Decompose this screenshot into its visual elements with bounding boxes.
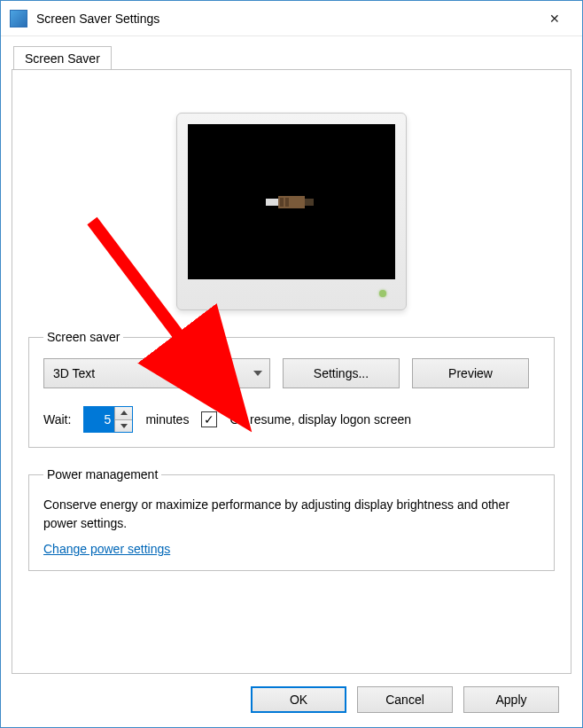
- power-management-group: Power management Conserve energy or maxi…: [28, 467, 555, 571]
- change-power-settings-link[interactable]: Change power settings: [43, 542, 170, 556]
- resume-checkbox[interactable]: ✓: [201, 411, 217, 427]
- screensaver-3dtext-icon: [266, 194, 317, 210]
- tab-screen-saver[interactable]: Screen Saver: [13, 46, 112, 70]
- checkmark-icon: ✓: [204, 413, 214, 426]
- app-icon: [10, 10, 27, 27]
- preview-button[interactable]: Preview: [412, 358, 529, 388]
- arrow-down-icon: [120, 424, 128, 428]
- titlebar: Screen Saver Settings ✕: [1, 1, 582, 36]
- screensaver-settings-window: Screen Saver Settings ✕ Screen Saver: [0, 0, 583, 728]
- power-description: Conserve energy or maximize performance …: [43, 496, 540, 533]
- close-icon: ✕: [549, 12, 560, 26]
- close-button[interactable]: ✕: [534, 3, 575, 35]
- window-title: Screen Saver Settings: [36, 12, 159, 26]
- dialog-buttons: OK Cancel Apply: [12, 674, 571, 727]
- screensaver-group: Screen saver 3D Text Settings... Preview…: [28, 330, 555, 448]
- power-led-icon: [379, 290, 386, 297]
- tabstrip: Screen Saver: [12, 45, 571, 69]
- monitor-screen: [188, 124, 395, 279]
- screensaver-preview-area: [28, 86, 555, 310]
- wait-spin-down[interactable]: [115, 420, 132, 433]
- power-legend: Power management: [43, 467, 161, 481]
- wait-input[interactable]: [84, 407, 114, 432]
- svg-rect-4: [280, 198, 284, 207]
- apply-button[interactable]: Apply: [463, 686, 559, 713]
- dialog-content: Screen Saver: [1, 36, 582, 727]
- wait-spinbox[interactable]: [83, 406, 133, 433]
- svg-rect-1: [266, 199, 278, 206]
- screensaver-row2: Wait: minutes ✓ On resume, display logon…: [43, 406, 540, 433]
- wait-spin-buttons: [114, 407, 132, 432]
- arrow-up-icon: [120, 411, 128, 415]
- wait-spin-up[interactable]: [115, 407, 132, 420]
- svg-rect-3: [305, 199, 314, 206]
- minutes-label: minutes: [145, 412, 189, 427]
- monitor-bezel: [188, 279, 395, 302]
- ok-button[interactable]: OK: [251, 686, 346, 713]
- chevron-down-icon: [253, 371, 262, 376]
- cancel-button[interactable]: Cancel: [357, 686, 453, 713]
- screensaver-legend: Screen saver: [43, 330, 123, 344]
- screensaver-select[interactable]: 3D Text: [43, 358, 270, 388]
- tab-panel: Screen saver 3D Text Settings... Preview…: [12, 69, 571, 674]
- resume-label: On resume, display logon screen: [229, 412, 411, 427]
- settings-button[interactable]: Settings...: [283, 358, 400, 388]
- screensaver-select-value: 3D Text: [53, 366, 95, 380]
- svg-rect-5: [285, 198, 289, 207]
- screensaver-row1: 3D Text Settings... Preview: [43, 358, 540, 388]
- monitor-graphic: [176, 113, 407, 310]
- wait-label: Wait:: [43, 412, 71, 427]
